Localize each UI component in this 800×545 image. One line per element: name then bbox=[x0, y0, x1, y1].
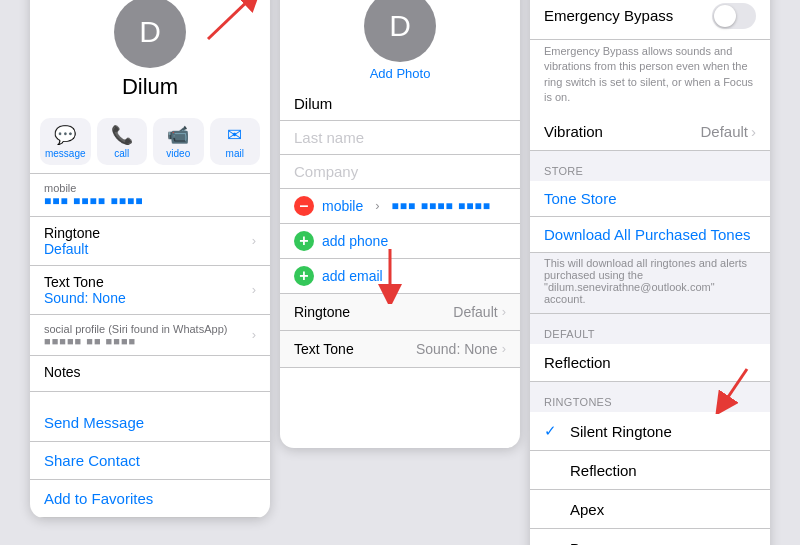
company-field[interactable]: Company bbox=[280, 155, 520, 189]
checkmark-icon: ✓ bbox=[544, 422, 560, 440]
chevron-icon-social: › bbox=[252, 327, 256, 342]
add-favorites-link[interactable]: Add to Favorites bbox=[30, 480, 270, 518]
chevron-icon-ringtone: › bbox=[252, 233, 256, 248]
red-arrow-3 bbox=[692, 364, 762, 414]
red-arrow-1 bbox=[188, 0, 268, 44]
texttone-info: Text Tone Sound: None bbox=[44, 274, 126, 306]
ringtone-apex[interactable]: ✓ Apex bbox=[530, 490, 770, 529]
video-icon: 📹 bbox=[167, 124, 189, 146]
notes-item[interactable]: Notes bbox=[30, 356, 270, 392]
emergency-bypass-toggle[interactable] bbox=[712, 3, 756, 29]
remove-phone-icon[interactable]: – bbox=[294, 196, 314, 216]
mobile-edit-row[interactable]: – mobile › ■■■ ■■■■ ■■■■ bbox=[280, 189, 520, 224]
no-check-1: ✓ bbox=[544, 461, 560, 479]
ringtone-item-1[interactable]: Ringtone Default › bbox=[30, 217, 270, 266]
mail-icon: ✉ bbox=[227, 124, 242, 146]
toggle-knob bbox=[714, 5, 736, 27]
share-contact-link[interactable]: Share Contact bbox=[30, 442, 270, 480]
download-all-link[interactable]: Download All Purchased Tones bbox=[530, 217, 770, 253]
call-label: call bbox=[114, 148, 129, 159]
call-icon: 📞 bbox=[111, 124, 133, 146]
call-btn[interactable]: 📞 call bbox=[97, 118, 148, 165]
screen2-edit-contact: 13:21 ▲ WiFi 🔋 Cancel Done D Add Photo D… bbox=[280, 0, 520, 448]
ringtone-reflection[interactable]: ✓ Reflection bbox=[530, 451, 770, 490]
mail-label: mail bbox=[226, 148, 244, 159]
add-email-icon[interactable]: + bbox=[294, 266, 314, 286]
mail-btn[interactable]: ✉ mail bbox=[210, 118, 261, 165]
edit-fields: Dilum Last name Company bbox=[280, 87, 520, 189]
video-label: video bbox=[166, 148, 190, 159]
contact-name-1: Dilum bbox=[122, 74, 178, 100]
svg-line-2 bbox=[722, 369, 747, 406]
avatar-edit-section: D Add Photo bbox=[280, 0, 520, 87]
no-check-2: ✓ bbox=[544, 500, 560, 518]
contact-info-list: mobile ■■■ ■■■■ ■■■■ Ringtone Default › … bbox=[30, 173, 270, 392]
send-message-link[interactable]: Send Message bbox=[30, 404, 270, 442]
red-arrow-2 bbox=[340, 244, 440, 304]
mobile-value: ■■■ ■■■■ ■■■■ bbox=[44, 194, 256, 208]
download-note: This will download all ringtones and ale… bbox=[530, 253, 770, 314]
chevron-vibration: › bbox=[751, 123, 756, 140]
avatar-1: D bbox=[114, 0, 186, 68]
add-photo-label[interactable]: Add Photo bbox=[370, 66, 431, 81]
screen1-contact-view: 13:21 ▲ WiFi 🔋 Search Edit D Dilum bbox=[30, 0, 270, 518]
message-btn[interactable]: 💬 message bbox=[40, 118, 91, 165]
phone-value-edit: ■■■ ■■■■ ■■■■ bbox=[392, 199, 491, 213]
social-item[interactable]: social profile (Siri found in WhatsApp) … bbox=[30, 315, 270, 356]
message-icon: 💬 bbox=[54, 124, 76, 146]
social-value: ■■■■■ ■■ ■■■■ bbox=[44, 335, 227, 347]
tone-store-link[interactable]: Tone Store bbox=[530, 181, 770, 217]
ringtone-section-wrapper: Ringtone Default › bbox=[280, 294, 520, 331]
svg-line-0 bbox=[208, 0, 253, 39]
vibration-row[interactable]: Vibration Default › bbox=[530, 113, 770, 151]
last-name-field[interactable]: Last name bbox=[280, 121, 520, 155]
ringtone-info: Ringtone Default bbox=[44, 225, 100, 257]
ringtones-section-wrapper: RINGTONES ✓ Silent Ringtone ✓ Reflection… bbox=[530, 382, 770, 545]
action-buttons-1: 💬 message 📞 call 📹 video ✉ mail bbox=[30, 110, 270, 173]
first-name-field[interactable]: Dilum bbox=[280, 87, 520, 121]
store-section-header: STORE bbox=[530, 151, 770, 181]
screen3-ringtone: 13:21 ▲ WiFi 🔋 Cancel Ringtone Done Emer… bbox=[530, 0, 770, 545]
message-label: message bbox=[45, 148, 86, 159]
ringtone-silent[interactable]: ✓ Silent Ringtone bbox=[530, 412, 770, 451]
texttone-item-1[interactable]: Text Tone Sound: None › bbox=[30, 266, 270, 315]
default-section-header: DEFAULT bbox=[530, 314, 770, 344]
ringtone-beacon[interactable]: ✓ Beacon bbox=[530, 529, 770, 545]
add-phone-icon[interactable]: + bbox=[294, 231, 314, 251]
chevron-texttone-edit: › bbox=[502, 341, 506, 356]
emergency-bypass-desc: Emergency Bypass allows sounds and vibra… bbox=[530, 40, 770, 114]
avatar-2: D bbox=[364, 0, 436, 62]
video-btn[interactable]: 📹 video bbox=[153, 118, 204, 165]
social-info: social profile (Siri found in WhatsApp) … bbox=[44, 323, 227, 347]
emergency-bypass-row: Emergency Bypass bbox=[530, 0, 770, 40]
action-links: Send Message Share Contact Add to Favori… bbox=[30, 404, 270, 518]
chevron-icon-texttone: › bbox=[252, 282, 256, 297]
texttone-edit-row[interactable]: Text Tone Sound: None › bbox=[280, 331, 520, 368]
chevron-ringtone-edit: › bbox=[502, 304, 506, 319]
vibration-value: Default › bbox=[700, 123, 756, 140]
mobile-item[interactable]: mobile ■■■ ■■■■ ■■■■ bbox=[30, 174, 270, 217]
no-check-3: ✓ bbox=[544, 539, 560, 545]
avatar-section-1: D Dilum bbox=[30, 0, 270, 110]
